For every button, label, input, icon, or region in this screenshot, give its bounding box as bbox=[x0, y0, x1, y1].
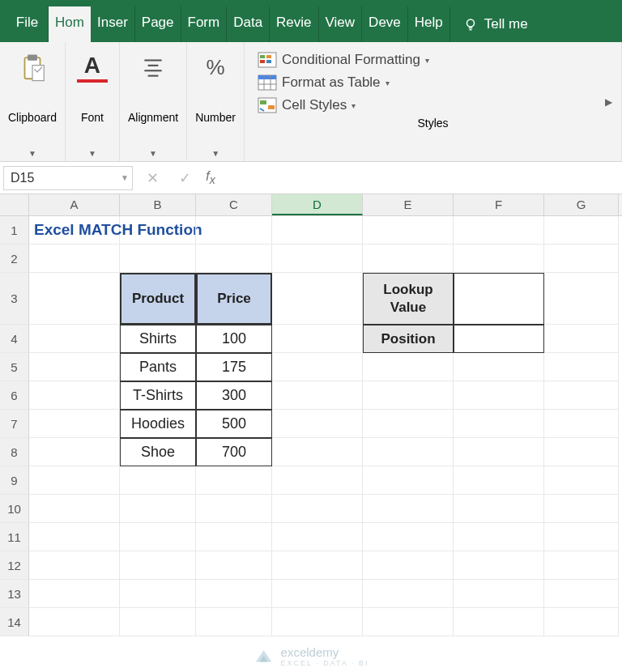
col-header-B[interactable]: B bbox=[120, 194, 196, 215]
cell-E7[interactable] bbox=[363, 410, 454, 438]
cell-A7[interactable] bbox=[29, 410, 120, 438]
tab-data[interactable]: Data bbox=[227, 6, 270, 42]
cell-F9[interactable] bbox=[454, 466, 544, 495]
cell-F12[interactable] bbox=[454, 551, 544, 580]
row-header[interactable]: 1 bbox=[0, 216, 29, 245]
cell-A12[interactable] bbox=[29, 551, 120, 580]
cell-C6[interactable]: 300 bbox=[196, 381, 272, 410]
cell-B10[interactable] bbox=[120, 495, 196, 523]
cell-E4[interactable]: Position bbox=[363, 325, 454, 353]
cell-E11[interactable] bbox=[363, 523, 454, 551]
conditional-formatting-button[interactable]: Conditional Formatting ▾ bbox=[256, 49, 610, 71]
tab-formulas[interactable]: Form bbox=[181, 6, 228, 42]
cell-B9[interactable] bbox=[120, 466, 196, 495]
tab-help[interactable]: Help bbox=[408, 6, 450, 42]
cell-G2[interactable] bbox=[544, 245, 619, 273]
cell-E13[interactable] bbox=[363, 580, 454, 608]
cell-D13[interactable] bbox=[272, 580, 363, 608]
cell-D3[interactable] bbox=[272, 273, 363, 325]
cell-E1[interactable] bbox=[363, 216, 454, 245]
cell-G7[interactable] bbox=[544, 410, 619, 438]
cell-E14[interactable] bbox=[363, 608, 454, 636]
cell-F6[interactable] bbox=[454, 381, 544, 410]
cell-F7[interactable] bbox=[454, 410, 544, 438]
cell-G12[interactable] bbox=[544, 551, 619, 580]
cell-D1[interactable] bbox=[272, 216, 363, 245]
row-header[interactable]: 13 bbox=[0, 580, 29, 608]
cell-F10[interactable] bbox=[454, 495, 544, 523]
row-header[interactable]: 5 bbox=[0, 353, 29, 381]
cell-F3[interactable] bbox=[454, 273, 544, 325]
row-header[interactable]: 11 bbox=[0, 523, 29, 551]
enter-formula-button[interactable]: ✓ bbox=[168, 169, 201, 187]
tab-home[interactable]: Hom bbox=[49, 6, 91, 42]
cell-E12[interactable] bbox=[363, 551, 454, 580]
row-header[interactable]: 8 bbox=[0, 438, 29, 466]
row-header[interactable]: 14 bbox=[0, 608, 29, 636]
cell-C7[interactable]: 500 bbox=[196, 410, 272, 438]
tab-page-layout[interactable]: Page bbox=[135, 6, 181, 42]
cell-A1[interactable]: Excel MATCH Function bbox=[29, 216, 120, 245]
cell-styles-button[interactable]: Cell Styles ▾ bbox=[256, 94, 610, 117]
fx-icon[interactable]: fx bbox=[201, 168, 220, 186]
cell-F2[interactable] bbox=[454, 245, 544, 273]
cell-C12[interactable] bbox=[196, 551, 272, 580]
row-header[interactable]: 9 bbox=[0, 466, 29, 495]
chevron-down-icon[interactable]: ▼ bbox=[121, 173, 129, 182]
cell-G5[interactable] bbox=[544, 353, 619, 381]
col-header-C[interactable]: C bbox=[196, 194, 272, 215]
cell-B11[interactable] bbox=[120, 523, 196, 551]
alignment-button[interactable] bbox=[134, 49, 172, 86]
cell-B7[interactable]: Hoodies bbox=[120, 410, 196, 438]
cell-G14[interactable] bbox=[544, 608, 619, 636]
cell-C13[interactable] bbox=[196, 580, 272, 608]
row-header[interactable]: 10 bbox=[0, 495, 29, 523]
cell-C3[interactable]: Price bbox=[196, 273, 272, 325]
cell-D5[interactable] bbox=[272, 353, 363, 381]
cell-B2[interactable] bbox=[120, 245, 196, 273]
cell-B4[interactable]: Shirts bbox=[120, 325, 196, 353]
cell-A5[interactable] bbox=[29, 353, 120, 381]
tell-me-search[interactable]: Tell me bbox=[454, 6, 538, 42]
cell-F8[interactable] bbox=[454, 438, 544, 466]
cell-B12[interactable] bbox=[120, 551, 196, 580]
cell-E9[interactable] bbox=[363, 466, 454, 495]
cell-A9[interactable] bbox=[29, 466, 120, 495]
cell-C5[interactable]: 175 bbox=[196, 353, 272, 381]
row-header[interactable]: 2 bbox=[0, 245, 29, 273]
paste-button[interactable] bbox=[14, 49, 51, 86]
cell-B8[interactable]: Shoe bbox=[120, 438, 196, 466]
tab-file[interactable]: File bbox=[6, 6, 49, 42]
cell-C11[interactable] bbox=[196, 523, 272, 551]
cell-C9[interactable] bbox=[196, 466, 272, 495]
chevron-down-icon[interactable]: ▼ bbox=[149, 149, 157, 158]
col-header-G[interactable]: G bbox=[544, 194, 619, 215]
cell-C8[interactable]: 700 bbox=[196, 438, 272, 466]
formula-input[interactable] bbox=[220, 166, 622, 190]
cell-E3[interactable]: Lookup Value bbox=[363, 273, 454, 325]
cell-C14[interactable] bbox=[196, 608, 272, 636]
col-header-D[interactable]: D bbox=[272, 194, 363, 215]
cell-D12[interactable] bbox=[272, 551, 363, 580]
col-header-A[interactable]: A bbox=[29, 194, 120, 215]
cell-G9[interactable] bbox=[544, 466, 619, 495]
row-header[interactable]: 6 bbox=[0, 381, 29, 410]
col-header-E[interactable]: E bbox=[363, 194, 454, 215]
name-box[interactable]: D15 ▼ bbox=[3, 166, 133, 190]
cell-C2[interactable] bbox=[196, 245, 272, 273]
cell-F4[interactable] bbox=[454, 325, 544, 353]
cell-F11[interactable] bbox=[454, 523, 544, 551]
cell-D9[interactable] bbox=[272, 466, 363, 495]
chevron-down-icon[interactable]: ▼ bbox=[28, 149, 36, 158]
cell-A14[interactable] bbox=[29, 608, 120, 636]
cell-C1[interactable] bbox=[196, 216, 272, 245]
cell-A13[interactable] bbox=[29, 580, 120, 608]
cell-D11[interactable] bbox=[272, 523, 363, 551]
tab-view[interactable]: View bbox=[319, 6, 363, 42]
cell-G10[interactable] bbox=[544, 495, 619, 523]
tab-review[interactable]: Revie bbox=[270, 6, 318, 42]
cell-E6[interactable] bbox=[363, 381, 454, 410]
col-header-F[interactable]: F bbox=[454, 194, 544, 215]
cell-E8[interactable] bbox=[363, 438, 454, 466]
chevron-down-icon[interactable]: ▼ bbox=[88, 149, 96, 158]
